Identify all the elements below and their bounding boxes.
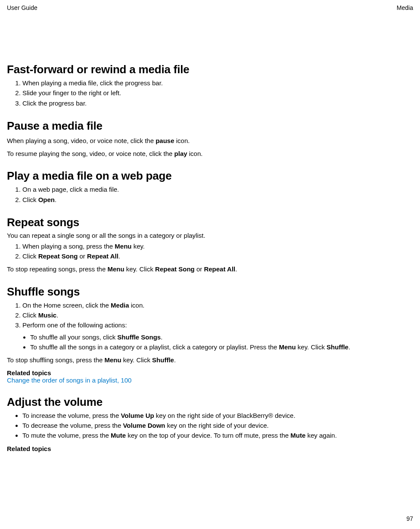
related-topic-link[interactable]: Change the order of songs in a playlist,… [7, 377, 131, 384]
header-left: User Guide [7, 4, 37, 11]
volume-bullets: To increase the volume, press the Volume… [7, 411, 413, 441]
pause-paragraph-1: When playing a song, video, or voice not… [7, 136, 413, 146]
list-item: Click Repeat Song or Repeat All. [22, 251, 413, 261]
list-item: To shuffle all your songs, click Shuffle… [30, 332, 413, 342]
list-item: To increase the volume, press the Volume… [22, 411, 413, 420]
section-title-fastforward: Fast-forward or rewind a media file [7, 63, 413, 76]
list-item: On a web page, click a media file. [22, 184, 413, 194]
page-header: User Guide Media [7, 4, 413, 11]
list-item: When playing a media file, click the pro… [22, 78, 413, 88]
list-item: Click the progress bar. [22, 98, 413, 108]
repeat-after-paragraph: To stop repeating songs, press the Menu … [7, 264, 413, 274]
list-item: To shuffle all the songs in a category o… [30, 342, 413, 352]
shuffle-sub-bullets: To shuffle all your songs, click Shuffle… [7, 332, 413, 352]
shuffle-steps: On the Home screen, click the Media icon… [7, 300, 413, 330]
header-right: Media [397, 4, 413, 11]
section-title-webplay: Play a media file on a web page [7, 169, 413, 183]
fastforward-steps: When playing a media file, click the pro… [7, 78, 413, 108]
pause-paragraph-2: To resume playing the song, video, or vo… [7, 149, 413, 159]
list-item: To decrease the volume, press the Volume… [22, 420, 413, 430]
list-item: On the Home screen, click the Media icon… [22, 300, 413, 310]
list-item: Click Music. [22, 310, 413, 320]
list-item: Slide your finger to the right or left. [22, 88, 413, 98]
list-item: Click Open. [22, 195, 413, 205]
list-item: When playing a song, press the Menu key. [22, 241, 413, 251]
repeat-intro: You can repeat a single song or all the … [7, 231, 413, 240]
page-number: 97 [406, 515, 413, 522]
section-title-shuffle: Shuffle songs [7, 285, 413, 299]
list-item: Perform one of the following actions: [22, 320, 413, 330]
related-topics-heading: Related topics [7, 369, 413, 377]
shuffle-after-paragraph: To stop shuffling songs, press the Menu … [7, 355, 413, 365]
list-item: To mute the volume, press the Mute key o… [22, 430, 413, 440]
related-topics-heading-volume: Related topics [7, 445, 413, 452]
webplay-steps: On a web page, click a media file. Click… [7, 184, 413, 205]
section-title-pause: Pause a media file [7, 119, 413, 133]
section-title-volume: Adjust the volume [7, 395, 413, 409]
section-title-repeat: Repeat songs [7, 216, 413, 229]
repeat-steps: When playing a song, press the Menu key.… [7, 241, 413, 261]
